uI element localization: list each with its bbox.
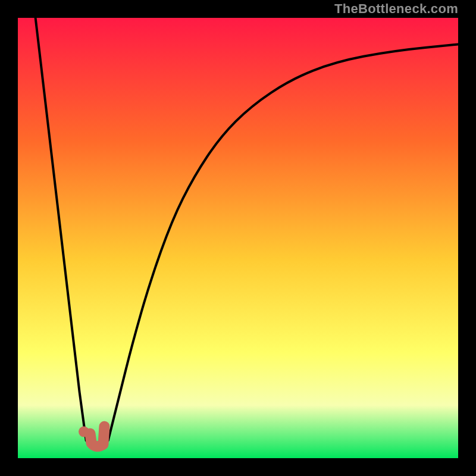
gradient-background	[18, 18, 458, 458]
watermark-text: TheBottleneck.com	[334, 1, 458, 17]
plot-area	[18, 18, 458, 458]
optimum-dot-marker	[79, 427, 89, 437]
chart-frame: TheBottleneck.com	[0, 0, 476, 476]
bottleneck-chart	[18, 18, 458, 458]
